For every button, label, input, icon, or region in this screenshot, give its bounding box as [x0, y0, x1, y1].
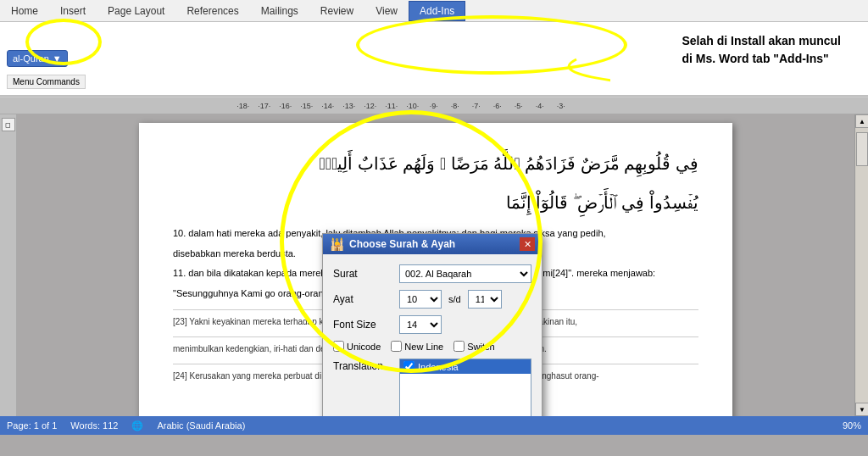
left-sidebar: ◻ — [0, 114, 17, 416]
surat-select[interactable]: 002. Al Baqarah — [399, 264, 531, 283]
switch-label: Switch — [467, 342, 494, 352]
newline-checkbox[interactable] — [391, 341, 402, 352]
status-language: 🌐 — [131, 420, 143, 431]
dialog-close-button[interactable]: ✕ — [520, 237, 535, 251]
surat-row: Surat 002. Al Baqarah — [333, 264, 531, 283]
switch-checkbox-item: Switch — [453, 341, 494, 352]
status-bar: Page: 1 of 1 Words: 112 🌐 Arabic (Saudi … — [0, 416, 868, 435]
newline-label: New Line — [404, 342, 443, 352]
scroll-thumb[interactable] — [856, 132, 868, 166]
right-scrollbar: ▲ ▼ — [854, 114, 868, 416]
tab-addins[interactable]: Add-Ins — [409, 1, 465, 21]
dialog-title: Choose Surah & Ayah — [349, 238, 455, 250]
checkbox-row: Unicode New Line Switch — [333, 341, 531, 352]
translation-checkbox-indonesia[interactable] — [403, 361, 415, 372]
surat-label: Surat — [333, 268, 392, 280]
quran-label: al-Quran — [13, 53, 49, 64]
tab-page-layout[interactable]: Page Layout — [97, 1, 175, 21]
ruler: ·18· ·17· ·16· ·15· ·14· ·13· ·12· ·11· … — [0, 97, 868, 114]
fontsize-select[interactable]: 14 — [399, 315, 442, 334]
quran-dropdown-arrow: ▼ — [53, 53, 62, 64]
tab-home[interactable]: Home — [0, 1, 49, 21]
fontsize-label: Font Size — [333, 319, 392, 331]
doc-area: فِي قُلُوبِهِم مَّرَضٌ فَزَادَهُمُ ٱللَّ… — [17, 114, 854, 416]
unicode-checkbox-item: Unicode — [333, 341, 381, 352]
dialog-body: Surat 002. Al Baqarah Ayat 10 s/d 11 — [323, 254, 542, 416]
status-zoom: 90% — [843, 420, 861, 431]
arabic-text-2: يُفۡسِدُواْ فِي ٱلۡأَرۡضِ ۖ قَالُوٓاْ إِ… — [173, 187, 698, 218]
tab-bar: Home Insert Page Layout References Maili… — [0, 0, 868, 22]
main-layout: ◻ فِي قُلُوبِهِم مَّرَضٌ فَزَادَهُمُ ٱلل… — [0, 114, 868, 416]
status-page: Page: 1 of 1 — [7, 420, 57, 431]
status-words: Words: 112 — [70, 420, 118, 431]
quran-dropdown[interactable]: al-Quran ▼ — [7, 50, 68, 67]
tab-references[interactable]: References — [175, 1, 249, 21]
menu-commands-label: Menu Commands — [7, 75, 86, 89]
translation-listbox[interactable]: Indonesia — [399, 359, 531, 416]
ayat-label: Ayat — [333, 293, 392, 305]
sidebar-icon-top[interactable]: ◻ — [2, 118, 15, 131]
arabic-text-1: فِي قُلُوبِهِم مَّرَضٌ فَزَادَهُمُ ٱللَّ… — [173, 148, 698, 179]
sd-text: s/d — [448, 294, 461, 304]
translation-label: Translation — [333, 359, 392, 372]
tab-review[interactable]: Review — [309, 1, 364, 21]
tab-insert[interactable]: Insert — [49, 1, 97, 21]
tab-view[interactable]: View — [364, 1, 409, 21]
status-language-text: Arabic (Saudi Arabia) — [157, 420, 245, 431]
ruler-numbers: ·18· ·17· ·16· ·15· ·14· ·13· ·12· ·11· … — [105, 102, 868, 110]
scroll-down-button[interactable]: ▼ — [855, 403, 868, 416]
dialog-choose-surah: 🕌 Choose Surah & Ayah ✕ Surat 002. Al Ba… — [322, 233, 542, 416]
ribbon-area: Home Insert Page Layout References Maili… — [0, 0, 868, 97]
ayat-from-select[interactable]: 10 — [399, 290, 442, 309]
tab-mailings[interactable]: Mailings — [250, 1, 309, 21]
translation-item-indonesia[interactable]: Indonesia — [400, 359, 531, 374]
newline-checkbox-item: New Line — [391, 341, 443, 352]
unicode-checkbox[interactable] — [333, 341, 344, 352]
dialog-icon: 🕌 — [330, 237, 344, 251]
scroll-track[interactable] — [855, 128, 868, 403]
scroll-up-button[interactable]: ▲ — [855, 114, 868, 128]
ayat-row: Ayat 10 s/d 11 — [333, 290, 531, 309]
translation-item-label: Indonesia — [418, 362, 459, 372]
ribbon-content: al-Quran ▼ — [0, 22, 868, 97]
status-right: 90% — [843, 420, 861, 431]
fontsize-row: Font Size 14 — [333, 315, 531, 334]
translation-section: Translation Indonesia — [333, 359, 531, 416]
switch-checkbox[interactable] — [453, 341, 465, 352]
dialog-titlebar: 🕌 Choose Surah & Ayah ✕ — [323, 234, 542, 254]
ayat-to-select[interactable]: 11 — [468, 290, 502, 309]
unicode-label: Unicode — [347, 342, 381, 352]
